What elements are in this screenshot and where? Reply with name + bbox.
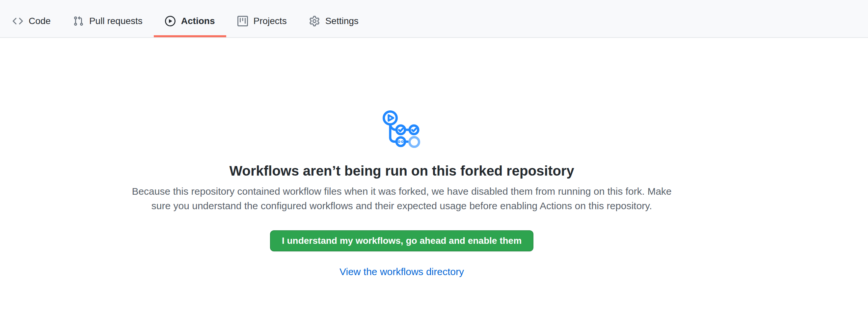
actions-blankslate: Workflows aren’t being run on this forke…: [0, 38, 803, 278]
tab-actions[interactable]: Actions: [154, 5, 226, 37]
git-pull-request-icon: [73, 16, 84, 26]
repo-tab-bar: Code Pull requests Actions Projects Sett…: [0, 0, 868, 38]
workflows-directory-link[interactable]: View the workflows directory: [340, 266, 464, 278]
description-line-1: Because this repository contained workfl…: [132, 184, 672, 199]
play-icon: [165, 16, 176, 26]
tab-label-code: Code: [29, 17, 51, 26]
page-title: Workflows aren’t being run on this forke…: [229, 162, 574, 180]
tab-label-settings: Settings: [326, 17, 359, 26]
tab-label-actions: Actions: [181, 17, 215, 26]
workflow-graph-icon: [383, 111, 421, 148]
project-icon: [238, 16, 248, 26]
description-line-2: sure you understand the configured workf…: [132, 199, 672, 213]
tab-projects[interactable]: Projects: [226, 5, 298, 37]
gear-icon: [309, 16, 320, 26]
tab-code[interactable]: Code: [1, 5, 62, 37]
tab-settings[interactable]: Settings: [298, 5, 370, 37]
enable-workflows-button[interactable]: I understand my workflows, go ahead and …: [270, 230, 533, 251]
tab-label-pull-requests: Pull requests: [89, 17, 143, 26]
blankslate-description: Because this repository contained workfl…: [132, 184, 672, 213]
tab-pull-requests[interactable]: Pull requests: [62, 5, 154, 37]
tab-label-projects: Projects: [253, 17, 287, 26]
code-icon: [12, 16, 23, 26]
